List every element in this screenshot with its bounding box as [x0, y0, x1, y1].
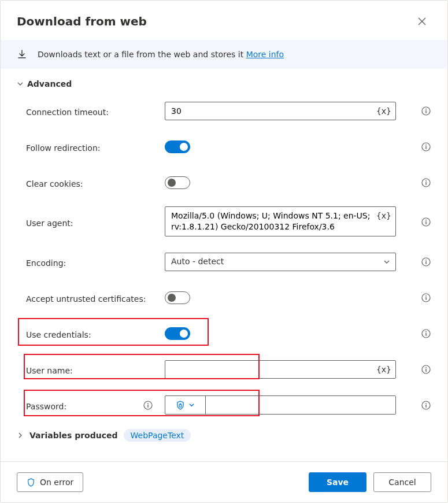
svg-point-7 [425, 180, 427, 182]
on-error-button[interactable]: On error [17, 472, 83, 492]
info-icon[interactable] [421, 217, 431, 227]
info-icon[interactable] [421, 293, 431, 303]
svg-point-10 [425, 220, 427, 221]
cancel-button[interactable]: Cancel [373, 472, 431, 492]
encoding-label: Encoding: [26, 258, 66, 268]
user-agent-input[interactable] [165, 206, 396, 236]
svg-point-29 [425, 403, 427, 404]
use-credentials-label: Use credentials: [26, 330, 91, 339]
close-button[interactable] [413, 12, 431, 31]
connection-timeout-input[interactable] [165, 102, 396, 120]
save-button[interactable]: Save [309, 472, 366, 492]
dialog-header: Download from web [1, 1, 447, 40]
info-banner: Downloads text or a file from the web an… [1, 40, 447, 69]
accept-untrusted-label: Accept untrusted certificates: [26, 294, 146, 304]
advanced-section-toggle[interactable]: Advanced [17, 79, 431, 88]
encoding-row: Encoding: Auto - detect [26, 250, 431, 274]
username-label: User name: [26, 366, 73, 375]
connection-timeout-row: Connection timeout: {x} [26, 99, 431, 123]
info-icon[interactable] [421, 106, 431, 116]
dialog-title: Download from web [17, 14, 147, 28]
svg-rect-23 [425, 369, 426, 372]
shield-icon [27, 478, 35, 487]
svg-rect-17 [425, 297, 426, 300]
close-icon [418, 17, 426, 25]
advanced-form: Connection timeout: {x} Follow redirecti… [17, 99, 431, 417]
use-credentials-row: Use credentials: [26, 321, 431, 346]
svg-point-16 [425, 295, 427, 297]
svg-rect-27 [179, 405, 182, 407]
svg-rect-2 [425, 110, 426, 113]
user-agent-row: User agent: {x} [26, 206, 431, 238]
variables-produced-section[interactable]: Variables produced WebPageText [17, 429, 431, 442]
svg-point-13 [425, 260, 427, 261]
username-input[interactable] [165, 360, 396, 379]
info-icon[interactable] [421, 142, 431, 152]
more-info-link[interactable]: More info [246, 50, 284, 59]
chevron-down-icon [17, 80, 24, 87]
use-credentials-toggle[interactable] [165, 327, 190, 340]
clear-cookies-label: Clear cookies: [26, 179, 83, 188]
chevron-right-icon [17, 432, 24, 439]
svg-rect-20 [425, 333, 426, 336]
info-icon[interactable] [143, 400, 153, 410]
download-from-web-dialog: Download from web Downloads text or a fi… [0, 0, 448, 503]
info-icon[interactable] [421, 177, 431, 188]
variable-pill-webpagetext[interactable]: WebPageText [124, 429, 191, 442]
svg-point-1 [425, 109, 427, 110]
svg-point-22 [425, 367, 427, 368]
shield-lock-icon [176, 401, 185, 410]
svg-point-25 [147, 403, 149, 404]
svg-rect-14 [425, 261, 426, 264]
accept-untrusted-toggle[interactable] [165, 291, 190, 304]
password-input[interactable] [206, 396, 395, 414]
info-icon[interactable] [421, 400, 431, 410]
dialog-content: Advanced Connection timeout: {x} Follow … [1, 69, 447, 461]
info-icon[interactable] [421, 257, 431, 267]
encoding-select[interactable]: Auto - detect [165, 253, 396, 271]
connection-timeout-label: Connection timeout: [26, 108, 109, 117]
svg-point-4 [425, 145, 427, 146]
follow-redirection-label: Follow redirection: [26, 143, 101, 153]
dialog-footer: On error Save Cancel [1, 461, 447, 502]
svg-rect-26 [147, 405, 148, 408]
info-icon[interactable] [421, 328, 431, 339]
advanced-label: Advanced [27, 79, 72, 88]
username-row: User name: {x} [26, 357, 431, 382]
password-label: Password: [26, 402, 66, 411]
download-icon [17, 49, 27, 60]
variables-produced-label: Variables produced [29, 431, 118, 440]
password-control [165, 395, 396, 415]
svg-rect-30 [425, 405, 426, 408]
clear-cookies-toggle[interactable] [165, 176, 190, 189]
svg-rect-8 [425, 182, 426, 185]
user-agent-label: User agent: [26, 219, 73, 228]
banner-text: Downloads text or a file from the web an… [38, 50, 284, 59]
svg-rect-5 [425, 146, 426, 149]
info-icon[interactable] [421, 364, 431, 375]
password-sensitive-picker[interactable] [165, 396, 206, 414]
svg-point-19 [425, 331, 427, 332]
clear-cookies-row: Clear cookies: [26, 171, 431, 195]
accept-untrusted-row: Accept untrusted certificates: [26, 286, 431, 310]
svg-rect-11 [425, 221, 426, 224]
follow-redirection-toggle[interactable] [165, 140, 190, 153]
follow-redirection-row: Follow redirection: [26, 135, 431, 159]
chevron-down-icon [188, 402, 195, 408]
password-row: Password: [26, 393, 431, 417]
